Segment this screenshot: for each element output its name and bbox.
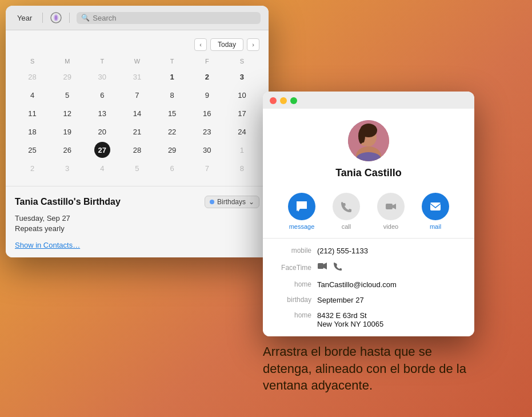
cal-day[interactable]: 22 [164,124,180,140]
svg-point-9 [361,142,367,146]
cal-day[interactable]: 6 [164,160,180,176]
toolbar-divider [42,13,43,23]
cal-day[interactable]: 5 [129,160,145,176]
weekday-mon: M [50,57,85,66]
call-label: call [342,223,351,230]
cal-day[interactable]: 20 [94,124,110,140]
cal-day[interactable]: 21 [129,124,145,140]
facetime-phone-icon[interactable] [333,262,342,273]
maximize-button[interactable] [290,97,297,104]
cal-day[interactable]: 30 [199,142,215,158]
cal-day[interactable]: 7 [129,87,145,103]
cal-day[interactable]: 16 [199,105,215,121]
cal-day[interactable]: 12 [59,105,75,121]
cal-day-today[interactable]: 27 [94,142,110,158]
contact-titlebar [263,92,474,109]
event-detail: Tania Castillo's Birthday Birthdays ⌄ Tu… [6,186,269,257]
calendar-grid: S M T W T F S 28 29 30 31 1 2 3 4 5 [15,57,259,177]
cal-day[interactable]: 31 [129,69,145,85]
cal-day[interactable]: 11 [25,105,41,121]
birthdays-badge[interactable]: Birthdays ⌄ [205,196,259,208]
call-action-button[interactable]: call [333,193,360,230]
cal-day[interactable]: 24 [234,124,250,140]
cal-day[interactable]: 14 [129,105,145,121]
cal-day[interactable]: 9 [199,87,215,103]
event-title: Tania Castillo's Birthday [15,197,121,207]
message-icon [288,193,315,220]
cal-day[interactable]: 25 [25,142,41,158]
badge-dot [210,200,214,204]
cal-day[interactable]: 28 [129,142,145,158]
birthday-label: birthday [274,296,311,304]
event-date: Tuesday, Sep 27 [15,214,259,223]
home-email-value[interactable]: TanCastillo@icloud.com [317,280,463,289]
svg-rect-13 [430,202,441,211]
video-icon [377,193,405,220]
close-button[interactable] [270,97,277,104]
instruction-text: Arrastra el borde hasta que se detenga, … [263,343,474,394]
minimize-button[interactable] [280,97,287,104]
cal-day[interactable]: 26 [59,142,75,158]
prev-month-button[interactable]: ‹ [194,38,207,51]
weekday-fri: F [190,57,225,66]
cal-day[interactable]: 29 [59,69,75,85]
action-buttons: message call video [263,185,474,238]
show-in-contacts-link[interactable]: Show in Contacts… [15,241,259,249]
cal-day[interactable]: 4 [94,160,110,176]
cal-day[interactable]: 8 [234,160,250,176]
weekday-wed: W [119,57,154,66]
next-month-button[interactable]: › [247,38,259,51]
cal-week-5: 25 26 27 28 29 30 1 [15,141,259,158]
cal-day[interactable]: 6 [94,87,110,103]
cal-day[interactable]: 30 [94,69,110,85]
svg-rect-11 [386,204,393,209]
search-input[interactable] [93,14,256,22]
cal-day[interactable]: 23 [199,124,215,140]
cal-day[interactable]: 7 [199,160,215,176]
cal-day[interactable]: 2 [199,69,215,85]
cal-day[interactable]: 2 [25,160,41,176]
view-year-button[interactable]: Year [14,12,35,24]
weekday-sun: S [15,57,50,66]
calendar-nav: ‹ Today › [15,38,259,51]
birthday-value: September 27 [317,296,463,304]
toolbar-left: Year 🔍 [14,11,261,24]
facetime-row: FaceTime [263,259,474,277]
cal-day[interactable]: 3 [59,160,75,176]
svg-marker-12 [393,204,396,209]
cal-day[interactable]: 3 [234,69,250,85]
cal-day[interactable]: 29 [164,142,180,158]
cal-day[interactable]: 8 [164,87,180,103]
cal-day[interactable]: 18 [25,124,41,140]
message-action-button[interactable]: message [288,193,315,230]
facetime-video-icon[interactable] [317,262,327,273]
badge-chevron: ⌄ [249,198,254,206]
message-label: message [289,223,315,230]
cal-day[interactable]: 4 [25,87,41,103]
home-email-row: home TanCastillo@icloud.com [263,277,474,292]
cal-day[interactable]: 1 [164,69,180,85]
calendar-body: ‹ Today › S M T W T F S 28 29 30 31 1 2 [6,30,269,186]
search-box[interactable]: 🔍 [77,12,261,24]
cal-day[interactable]: 19 [59,124,75,140]
home-address-label: home [274,311,311,328]
calendar-toolbar: Year 🔍 [6,6,269,30]
siri-icon[interactable] [50,11,62,24]
today-button[interactable]: Today [210,38,243,51]
cal-day[interactable]: 10 [234,87,250,103]
calendar-header-row: S M T W T F S [15,57,259,66]
cal-day[interactable]: 1 [234,142,250,158]
video-action-button[interactable]: video [377,193,405,230]
cal-day[interactable]: 15 [164,105,180,121]
contact-info: mobile (212) 555-1133 FaceTime [263,239,474,336]
avatar [348,120,389,161]
mobile-value[interactable]: (212) 555-1133 [317,247,463,255]
cal-day[interactable]: 17 [234,105,250,121]
weekday-thu: T [155,57,190,66]
cal-day[interactable]: 13 [94,105,110,121]
facetime-label: FaceTime [274,264,311,272]
cal-day[interactable]: 5 [59,87,75,103]
svg-point-8 [358,128,365,144]
mail-action-button[interactable]: mail [422,193,449,230]
cal-day[interactable]: 28 [25,69,41,85]
